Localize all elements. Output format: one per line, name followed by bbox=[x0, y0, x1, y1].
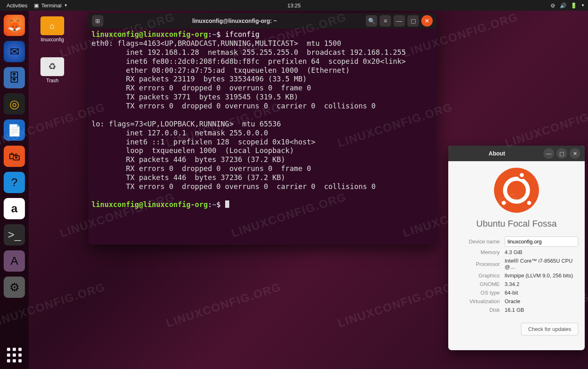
ubuntu-software-icon[interactable]: 🛍 bbox=[4, 146, 25, 167]
desktop-trash[interactable]: ♻ Trash bbox=[36, 57, 69, 83]
clock[interactable]: 13:25 bbox=[287, 2, 301, 9]
libreoffice-writer-icon[interactable]: 📄 bbox=[4, 119, 25, 141]
about-info-grid: Device name Memory 4.3 GiB Processor Int… bbox=[455, 236, 578, 313]
value-ostype: 64-bit bbox=[505, 290, 578, 296]
terminal-title: linuxconfig@linuxconfig-org: ~ bbox=[105, 18, 364, 24]
terminal-body[interactable]: linuxconfig@linuxconfig-org:~$ ifconfig … bbox=[88, 29, 436, 245]
close-button[interactable]: ✕ bbox=[570, 148, 580, 159]
close-button[interactable]: ✕ bbox=[421, 15, 433, 27]
label-gnome: GNOME bbox=[455, 281, 500, 287]
trash-icon: ♻ bbox=[40, 57, 64, 76]
settings-icon[interactable]: ⚙ bbox=[4, 277, 25, 298]
app-menu-label: Terminal bbox=[41, 2, 61, 9]
activities-button[interactable]: Activities bbox=[3, 2, 31, 9]
network-icon[interactable]: ⯐ bbox=[550, 2, 556, 9]
show-applications-icon[interactable] bbox=[6, 347, 22, 363]
thunderbird-icon[interactable]: ✉ bbox=[4, 41, 25, 62]
minimize-button[interactable]: — bbox=[543, 148, 554, 159]
folder-icon: ⌂ bbox=[40, 16, 64, 35]
value-processor: Intel® Core™ i7-8565U CPU @… bbox=[505, 258, 578, 270]
label-memory: Memory bbox=[455, 249, 500, 255]
app-menu[interactable]: ▣ Terminal ▼ bbox=[31, 2, 71, 9]
new-tab-button[interactable]: ⊞ bbox=[92, 15, 103, 27]
ubuntu-logo-icon bbox=[494, 168, 539, 213]
about-title: About bbox=[452, 150, 542, 157]
terminal-indicator-icon: ▣ bbox=[34, 2, 39, 9]
terminal-titlebar[interactable]: ⊞ linuxconfig@linuxconfig-org: ~ 🔍 ≡ — ▢… bbox=[88, 13, 436, 29]
value-virtualization: Oracle bbox=[505, 298, 578, 304]
about-window: About — ▢ ✕ Ubuntu Focal Fossa Device na… bbox=[448, 146, 585, 350]
software-sources-icon[interactable]: A bbox=[4, 250, 25, 272]
value-disk: 16.1 GB bbox=[505, 307, 578, 313]
chevron-down-icon: ▼ bbox=[581, 3, 585, 7]
label-disk: Disk bbox=[455, 307, 500, 313]
battery-icon[interactable]: 🔋 bbox=[570, 2, 577, 9]
label-graphics: Graphics bbox=[455, 272, 500, 279]
terminal-icon[interactable]: >_ bbox=[4, 224, 25, 245]
label-processor: Processor bbox=[455, 261, 500, 267]
maximize-button[interactable]: ▢ bbox=[407, 15, 419, 27]
rhythmbox-icon[interactable]: ◎ bbox=[4, 93, 25, 115]
desktop-trash-label: Trash bbox=[36, 78, 69, 83]
device-name-input[interactable] bbox=[505, 236, 578, 247]
help-icon[interactable]: ? bbox=[4, 172, 25, 193]
system-tray[interactable]: ⯐ 🔊 🔋 ▼ bbox=[550, 2, 585, 9]
check-updates-button[interactable]: Check for updates bbox=[521, 323, 578, 335]
desktop-folder-label: linuxconfig bbox=[36, 37, 69, 43]
amazon-icon[interactable]: a bbox=[4, 198, 25, 219]
search-icon[interactable]: 🔍 bbox=[366, 15, 377, 27]
desktop-folder-linuxconfig[interactable]: ⌂ linuxconfig bbox=[36, 16, 69, 43]
top-panel: Activities ▣ Terminal ▼ 13:25 ⯐ 🔊 🔋 ▼ bbox=[0, 0, 588, 11]
volume-icon[interactable]: 🔊 bbox=[560, 2, 566, 9]
minimize-button[interactable]: — bbox=[393, 15, 405, 27]
hamburger-menu-icon[interactable]: ≡ bbox=[380, 15, 391, 27]
about-titlebar[interactable]: About — ▢ ✕ bbox=[448, 146, 585, 161]
maximize-button[interactable]: ▢ bbox=[557, 148, 567, 159]
terminal-cursor bbox=[225, 200, 229, 208]
files-icon[interactable]: 🗄 bbox=[4, 67, 25, 88]
value-memory: 4.3 GiB bbox=[505, 249, 578, 255]
firefox-icon[interactable]: 🦊 bbox=[4, 15, 25, 36]
dock: 🦊 ✉ 🗄 ◎ 📄 🛍 ? a >_ A ⚙ bbox=[0, 11, 29, 369]
label-ostype: OS type bbox=[455, 290, 500, 296]
label-device-name: Device name bbox=[455, 239, 500, 245]
label-virtualization: Virtualization bbox=[455, 298, 500, 304]
value-graphics: llvmpipe (LLVM 9.0, 256 bits) bbox=[505, 272, 578, 279]
terminal-window: ⊞ linuxconfig@linuxconfig-org: ~ 🔍 ≡ — ▢… bbox=[88, 13, 436, 245]
about-heading: Ubuntu Focal Fossa bbox=[476, 218, 557, 229]
chevron-down-icon: ▼ bbox=[64, 3, 67, 7]
value-gnome: 3.34.2 bbox=[505, 281, 578, 287]
terminal-output: eth0: flags=4163<UP,BROADCAST,RUNNING,MU… bbox=[92, 39, 406, 191]
